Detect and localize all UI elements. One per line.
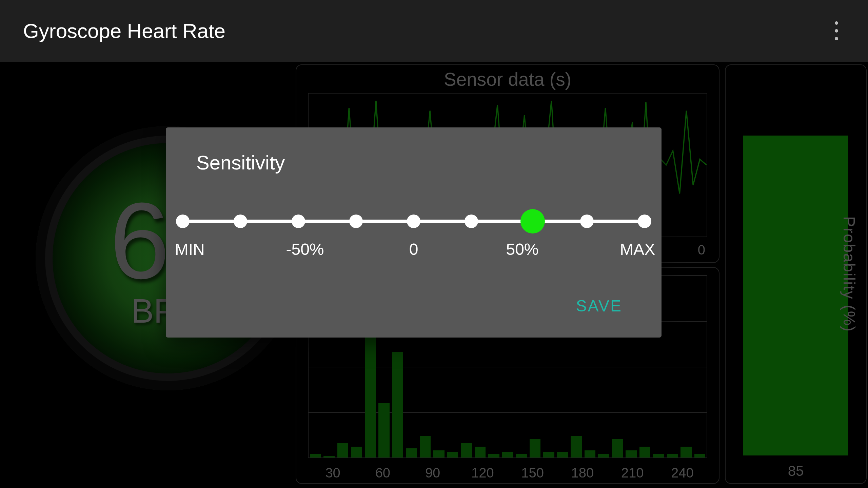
slider-label-max: MAX: [620, 240, 655, 259]
slider-tick[interactable]: [638, 215, 651, 228]
dialog-title: Sensitivity: [196, 151, 631, 174]
slider-label-zero: 0: [409, 240, 418, 259]
slider-tick[interactable]: [407, 215, 420, 228]
sensitivity-slider[interactable]: [196, 213, 631, 230]
slider-tick[interactable]: [176, 215, 190, 228]
slider-tick[interactable]: [292, 215, 305, 228]
slider-tick[interactable]: [580, 215, 594, 228]
slider-tick[interactable]: [234, 215, 247, 228]
slider-tick[interactable]: [465, 215, 478, 228]
slider-label-pos50: 50%: [506, 240, 538, 259]
save-button[interactable]: SAVE: [567, 291, 632, 321]
app-title: Gyroscope Heart Rate: [23, 19, 225, 43]
app-header: Gyroscope Heart Rate: [0, 0, 868, 62]
slider-tick[interactable]: [349, 215, 363, 228]
sensitivity-dialog: Sensitivity MIN -50% 0 50% MAX SAVE: [166, 127, 662, 338]
slider-label-neg50: -50%: [286, 240, 324, 259]
slider-ticks: [176, 213, 651, 230]
slider-label-min: MIN: [175, 240, 205, 259]
slider-labels: MIN -50% 0 50% MAX: [196, 240, 631, 260]
slider-thumb[interactable]: [520, 209, 545, 233]
overflow-menu-icon[interactable]: [828, 15, 845, 47]
dialog-actions: SAVE: [567, 291, 632, 321]
